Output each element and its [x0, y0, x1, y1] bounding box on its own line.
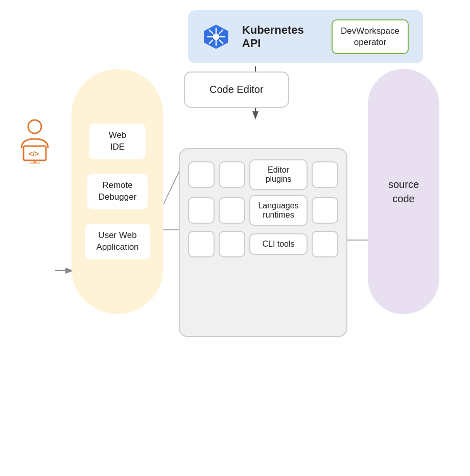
source-code-pill: sourcecode: [368, 69, 439, 314]
devworkspace-label: DevWorkspaceoperator: [341, 26, 400, 47]
lang-box-1: [188, 197, 215, 224]
editor-plugin-box-3: [312, 161, 338, 188]
languages-runtimes-label: Languages runtimes: [249, 195, 308, 226]
remote-debugger-item: RemoteDebugger: [87, 174, 148, 209]
kubernetes-icon: [202, 22, 230, 52]
kubernetes-box: Kubernetes API DevWorkspaceoperator: [188, 10, 423, 63]
cli-tools-label: CLI tools: [249, 233, 308, 255]
cli-tools-row: CLI tools: [188, 231, 338, 257]
yellow-pill-container: WebIDE RemoteDebugger User WebApplicatio…: [72, 69, 163, 314]
svg-point-15: [28, 120, 41, 133]
user-web-application-item: User WebApplication: [85, 224, 150, 259]
editor-plugin-box-2: [219, 161, 245, 188]
cli-box-1: [188, 231, 215, 257]
svg-text:</>: </>: [29, 150, 39, 158]
code-editor-box: Code Editor: [184, 72, 289, 108]
cli-box-2: [219, 231, 245, 257]
code-editor-label: Code Editor: [209, 84, 264, 95]
web-ide-item: WebIDE: [89, 124, 146, 159]
editor-plugins-row: Editor plugins: [188, 159, 338, 190]
devworkspace-box: DevWorkspaceoperator: [332, 19, 409, 54]
user-icon: </>: [14, 117, 55, 163]
kubernetes-label: Kubernetes API: [242, 23, 319, 50]
svg-point-1: [213, 34, 219, 40]
cli-box-3: [312, 231, 338, 257]
source-code-label: sourcecode: [388, 177, 419, 206]
editor-plugin-box-1: [188, 161, 215, 188]
plugins-container: Editor plugins Languages runtimes CLI to…: [179, 148, 347, 337]
editor-plugins-label: Editor plugins: [249, 159, 308, 190]
user-icon-wrap: </>: [14, 117, 55, 165]
languages-row: Languages runtimes: [188, 195, 338, 226]
lang-box-3: [312, 197, 338, 224]
lang-box-2: [219, 197, 245, 224]
